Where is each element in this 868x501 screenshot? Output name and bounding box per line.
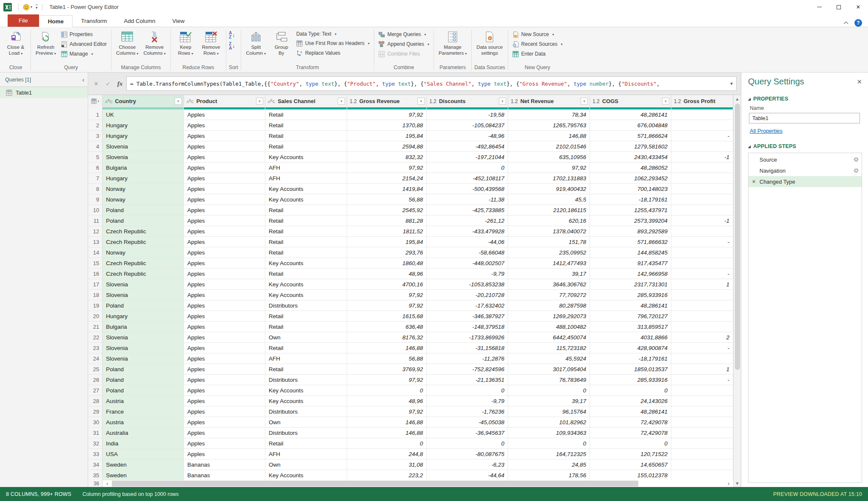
grid-cell[interactable] [671,120,733,131]
column-header-gross-profit[interactable]: 1.2Gross Profit [671,95,733,107]
formula-input[interactable]: = Table.TransformColumnTypes(Table1_Tabl… [126,76,737,91]
grid-cell[interactable]: 48,286052 [590,162,671,173]
grid-cell[interactable]: Key Accounts [265,152,347,162]
grid-cell[interactable]: 146,88 [347,343,427,353]
grid-cell[interactable]: Australia [103,428,184,438]
grid-cell[interactable]: 285,933916 [590,375,671,385]
grid-cell[interactable] [671,385,733,396]
grid-cell[interactable]: 1860,48 [347,258,427,269]
grid-cell[interactable]: Hungary [103,131,184,141]
grid-cell[interactable]: -18,179161 [590,194,671,205]
grid-cell[interactable]: 97,92 [347,406,427,417]
grid-cell[interactable] [671,311,733,322]
step-source[interactable]: ✕ Source [748,154,862,165]
manage-button[interactable]: Manage▾ [59,50,108,58]
row-index[interactable]: 3 [88,131,103,141]
grid-cell[interactable]: 1370,88 [347,120,427,131]
grid-cell[interactable]: 155,012378 [590,470,671,480]
row-index[interactable]: 28 [88,396,103,406]
grid-cell[interactable]: Apples [184,417,265,428]
grid-cell[interactable]: Retail [265,120,347,131]
grid-cell[interactable]: -148,379518 [427,322,508,332]
grid-cell[interactable]: Apples [184,162,265,173]
grid-cell[interactable]: 48,96 [347,269,427,279]
grid-cell[interactable] [671,258,733,269]
grid-cell[interactable]: Apples [184,438,265,449]
row-index[interactable]: 35 [88,470,103,480]
grid-cell[interactable]: 97,92 [347,300,427,311]
row-index[interactable]: 11 [88,216,103,226]
grid-cell[interactable]: Sweden [103,459,184,470]
grid-cell[interactable]: Apples [184,406,265,417]
horizontal-scrollbar[interactable]: 36 ‹ › [88,480,733,487]
grid-cell[interactable]: 428,900874 [590,343,671,353]
grid-cell[interactable]: 2102,01546 [508,141,590,152]
grid-cell[interactable]: Slovenia [103,343,184,353]
grid-cell[interactable]: 101,82962 [508,417,590,428]
close-panel-icon[interactable]: ✕ [857,78,862,86]
grid-cell[interactable]: 97,92 [347,162,427,173]
grid-cell[interactable]: -9,79 [427,269,508,279]
grid-cell[interactable]: Apples [184,364,265,375]
grid-cell[interactable]: Apples [184,385,265,396]
delete-step-icon[interactable]: ✕ [752,179,760,185]
row-index[interactable]: 8 [88,184,103,194]
row-index[interactable]: 21 [88,322,103,332]
row-index[interactable]: 18 [88,290,103,300]
grid-cell[interactable]: 76,783649 [508,375,590,385]
grid-cell[interactable]: -45,05038 [427,417,508,428]
grid-cell[interactable]: 48,286141 [590,300,671,311]
grid-cell[interactable]: -492,86454 [427,141,508,152]
grid-cell[interactable]: -44,64 [427,470,508,480]
grid-cell[interactable]: Apples [184,131,265,141]
grid-cell[interactable]: Sweden [103,470,184,480]
grid-cell[interactable]: 195,84 [347,237,427,247]
grid-cell[interactable]: Apples [184,184,265,194]
grid-cell[interactable]: -19,58 [427,109,508,120]
grid-cell[interactable]: Apples [184,152,265,162]
scroll-left-icon[interactable]: ‹ [103,481,112,487]
sort-ascending-button[interactable]: AZ ↓ [229,31,235,39]
row-index[interactable]: 20 [88,311,103,322]
refresh-preview-button[interactable]: RefreshPreview▾ [33,29,58,57]
grid-cell[interactable]: Bananas [184,459,265,470]
append-queries-button[interactable]: Append Queries▾ [377,40,431,48]
filter-dropdown-button[interactable]: ▾ [175,98,182,105]
grid-cell[interactable]: Apples [184,216,265,226]
grid-cell[interactable]: 0 [427,162,508,173]
grid-cell[interactable]: 2154,24 [347,173,427,184]
scroll-right-icon[interactable]: › [724,481,733,487]
column-header-sales-channel[interactable]: ABCSales Channel▾ [265,95,347,107]
grid-cell[interactable]: Apples [184,396,265,406]
grid-cell[interactable]: 45,5924 [508,353,590,364]
grid-cell[interactable]: Apples [184,353,265,364]
step-navigation[interactable]: ✕ Navigation [748,165,862,176]
grid-cell[interactable]: 2 [671,332,733,343]
grid-cell[interactable]: Apples [184,258,265,269]
grid-cell[interactable]: Poland [103,300,184,311]
grid-cell[interactable]: Apples [184,173,265,184]
vertical-scrollbar[interactable]: ▲ ▼ [733,95,741,487]
row-index[interactable]: 30 [88,417,103,428]
grid-cell[interactable]: 1859,013537 [590,364,671,375]
data-type-button[interactable]: Data Type: Text▾ [295,30,371,38]
grid-cell[interactable]: Retail [265,109,347,120]
grid-cell[interactable]: 56,88 [347,194,427,205]
grid-cell[interactable]: 0 [590,385,671,396]
grid-cell[interactable]: Apples [184,300,265,311]
scroll-up-icon[interactable]: ▲ [734,95,741,103]
grid-cell[interactable]: Retail [265,269,347,279]
grid-cell[interactable]: Retail [265,322,347,332]
grid-cell[interactable]: 223,2 [347,470,427,480]
grid-cell[interactable]: Retail [265,343,347,353]
grid-cell[interactable]: Slovenia [103,332,184,343]
grid-cell[interactable]: -36,945637 [427,428,508,438]
grid-cell[interactable]: India [103,438,184,449]
grid-cell[interactable]: UK [103,109,184,120]
applied-steps-section-header[interactable]: ◢ APPLIED STEPS [748,143,862,149]
replace-values-button[interactable]: Replace Values [295,49,371,57]
grid-cell[interactable]: 244,8 [347,449,427,459]
select-all-corner-button[interactable]: ▾ [88,95,103,107]
text-type-icon[interactable]: ABC [105,99,112,104]
grid-cell[interactable]: 3017,095404 [508,364,590,375]
